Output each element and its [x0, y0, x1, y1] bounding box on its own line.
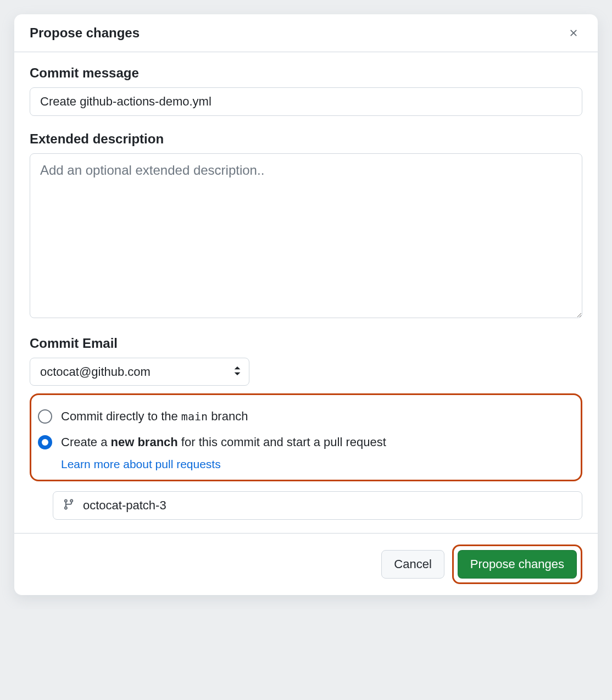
commit-message-label: Commit message — [30, 65, 582, 81]
radio-create-branch-label: Create a new branch for this commit and … — [61, 434, 386, 451]
branch-name-group — [53, 491, 582, 520]
dialog-title: Propose changes — [30, 25, 140, 41]
propose-changes-button[interactable]: Propose changes — [458, 550, 577, 579]
close-icon — [568, 27, 579, 38]
radio-indicator-checked — [38, 435, 52, 449]
close-button[interactable] — [565, 24, 582, 42]
commit-target-radio-group: Commit directly to the main branch Creat… — [30, 393, 582, 481]
commit-email-label: Commit Email — [30, 336, 582, 351]
learn-more-link[interactable]: Learn more about pull requests — [61, 458, 576, 471]
commit-message-input[interactable] — [30, 87, 582, 116]
propose-button-highlight: Propose changes — [452, 545, 582, 584]
dialog-footer: Cancel Propose changes — [14, 533, 598, 595]
commit-email-select[interactable]: octocat@github.com — [30, 358, 249, 386]
commit-email-select-wrap: octocat@github.com — [30, 358, 249, 386]
radio-indicator-unchecked — [38, 409, 52, 424]
radio-commit-direct-label: Commit directly to the main branch — [61, 408, 248, 425]
commit-email-group: Commit Email octocat@github.com — [30, 336, 582, 386]
propose-changes-dialog: Propose changes Commit message Extended … — [14, 14, 598, 595]
branch-name-input[interactable] — [53, 491, 582, 520]
commit-message-group: Commit message — [30, 65, 582, 116]
extended-description-label: Extended description — [30, 131, 582, 147]
dialog-header: Propose changes — [14, 14, 598, 52]
dialog-body: Commit message Extended description Comm… — [14, 52, 598, 533]
cancel-button[interactable]: Cancel — [381, 550, 444, 579]
extended-description-group: Extended description — [30, 131, 582, 320]
git-branch-icon — [63, 498, 75, 513]
extended-description-textarea[interactable] — [30, 153, 582, 318]
radio-commit-direct[interactable]: Commit directly to the main branch — [36, 404, 576, 430]
radio-create-branch[interactable]: Create a new branch for this commit and … — [36, 430, 576, 455]
